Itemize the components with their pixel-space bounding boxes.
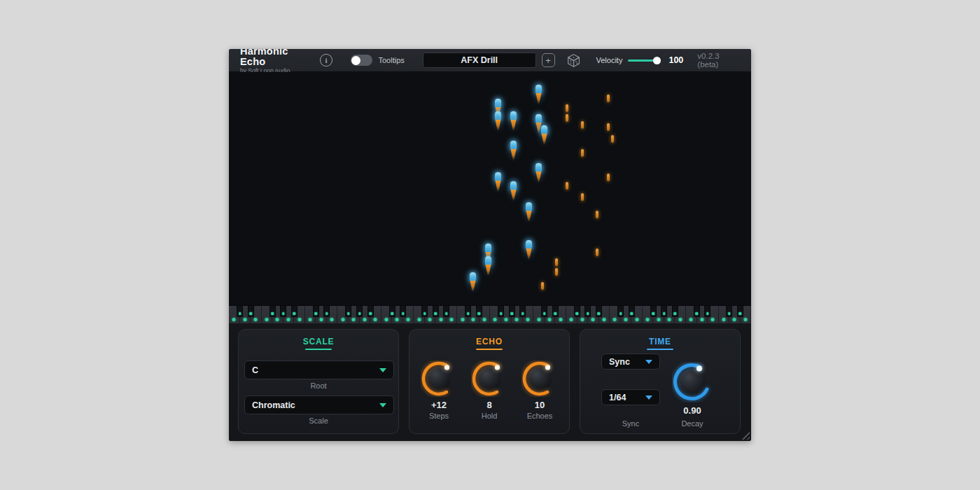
key-active-dot <box>271 312 274 315</box>
key-active-dot <box>330 318 334 321</box>
black-key[interactable] <box>237 306 243 317</box>
black-key[interactable] <box>389 306 396 317</box>
add-preset-button[interactable]: + <box>542 53 555 67</box>
key-active-dot <box>657 318 660 321</box>
info-icon[interactable]: i <box>320 54 332 66</box>
note-particle <box>495 172 501 192</box>
black-key[interactable] <box>421 306 428 317</box>
key-active-dot <box>315 312 318 315</box>
black-key[interactable] <box>498 306 504 317</box>
echo-particle <box>596 248 598 256</box>
chevron-down-icon <box>645 360 652 364</box>
key-active-dot <box>374 318 377 321</box>
decay-knob[interactable] <box>672 362 713 402</box>
black-key[interactable] <box>737 306 743 317</box>
sync-mode-dropdown[interactable]: Sync <box>601 354 660 370</box>
black-key[interactable] <box>433 306 439 317</box>
root-dropdown[interactable]: C <box>244 360 394 379</box>
key-active-dot <box>472 318 475 321</box>
echo-particle <box>607 174 610 181</box>
top-bar: Harmonic Echo by Soft Loop Audio i Toolt… <box>229 49 751 72</box>
scale-dropdown[interactable]: Chromatic <box>244 396 394 414</box>
black-key[interactable] <box>584 306 591 317</box>
black-key[interactable] <box>465 306 471 317</box>
key-active-dot <box>652 312 654 315</box>
black-key[interactable] <box>313 306 319 317</box>
preset-selector[interactable]: AFX Drill <box>423 52 536 68</box>
key-active-dot <box>369 312 372 315</box>
black-key[interactable] <box>368 306 374 317</box>
echo-particle <box>555 268 558 276</box>
key-active-dot <box>352 318 356 321</box>
key-active-dot <box>526 318 530 321</box>
toggle-knob <box>351 56 360 65</box>
black-key[interactable] <box>476 306 482 317</box>
black-key[interactable] <box>291 306 298 317</box>
black-key[interactable] <box>509 306 515 317</box>
key-active-dot <box>620 312 622 315</box>
velocity-slider[interactable] <box>628 56 660 64</box>
black-key[interactable] <box>726 306 732 317</box>
tooltips-toggle[interactable] <box>351 55 373 66</box>
randomize-dice-icon[interactable] <box>566 53 581 68</box>
black-key[interactable] <box>694 306 700 317</box>
black-key[interactable] <box>650 306 657 317</box>
black-key[interactable] <box>356 306 363 317</box>
steps-knob[interactable] <box>421 360 457 397</box>
black-key[interactable] <box>248 306 254 317</box>
hold-knob[interactable] <box>471 360 507 397</box>
sync-rate-dropdown[interactable]: 1/64 <box>601 389 660 405</box>
key-active-dot <box>646 318 650 321</box>
velocity-knob[interactable] <box>653 57 661 64</box>
key-active-dot <box>391 312 393 315</box>
echo-panel: ECHO +12 Steps <box>409 329 570 434</box>
echo-particle <box>566 114 568 122</box>
echo-particle <box>596 211 598 218</box>
note-particle <box>510 181 517 201</box>
black-key[interactable] <box>400 306 406 317</box>
key-active-dot <box>668 318 671 321</box>
scale-title-underline <box>305 349 332 350</box>
scale-label: Scale <box>239 416 398 425</box>
tooltips-label: Tooltips <box>378 56 404 64</box>
black-key[interactable] <box>629 306 635 317</box>
resize-grip[interactable] <box>740 430 750 440</box>
note-particle <box>541 125 547 145</box>
scale-value: Chromatic <box>252 400 379 410</box>
black-key[interactable] <box>323 306 330 317</box>
key-active-dot <box>554 312 557 315</box>
echoes-knob[interactable] <box>522 360 558 397</box>
black-key[interactable] <box>280 306 286 317</box>
echo-particle <box>607 123 610 131</box>
key-active-dot <box>341 318 344 321</box>
echo-particle <box>581 149 584 157</box>
black-key[interactable] <box>345 306 351 317</box>
black-key[interactable] <box>617 306 624 317</box>
key-active-dot <box>347 312 350 315</box>
key-active-dot <box>424 312 426 315</box>
key-active-dot <box>673 312 676 315</box>
note-particle <box>536 163 542 183</box>
key-active-dot <box>309 318 312 321</box>
velocity-value: 100 <box>668 55 683 65</box>
black-key[interactable] <box>574 306 580 317</box>
key-active-dot <box>739 312 742 315</box>
key-active-dot <box>500 312 503 315</box>
key-active-dot <box>396 318 399 321</box>
key-active-dot <box>265 318 268 321</box>
key-active-dot <box>722 318 725 321</box>
black-key[interactable] <box>672 306 678 317</box>
black-key[interactable] <box>596 306 602 317</box>
black-key[interactable] <box>443 306 449 317</box>
black-key[interactable] <box>661 306 667 317</box>
black-key[interactable] <box>541 306 547 317</box>
echo-knob-row: +12 Steps 8 Hold <box>410 360 569 420</box>
black-key[interactable] <box>552 306 559 317</box>
black-key[interactable] <box>519 306 526 317</box>
key-active-dot <box>239 312 241 315</box>
sync-label: Sync <box>601 419 660 428</box>
black-key[interactable] <box>270 306 276 317</box>
black-key[interactable] <box>704 306 710 317</box>
decay-label: Decay <box>672 419 713 428</box>
key-active-dot <box>282 312 285 315</box>
